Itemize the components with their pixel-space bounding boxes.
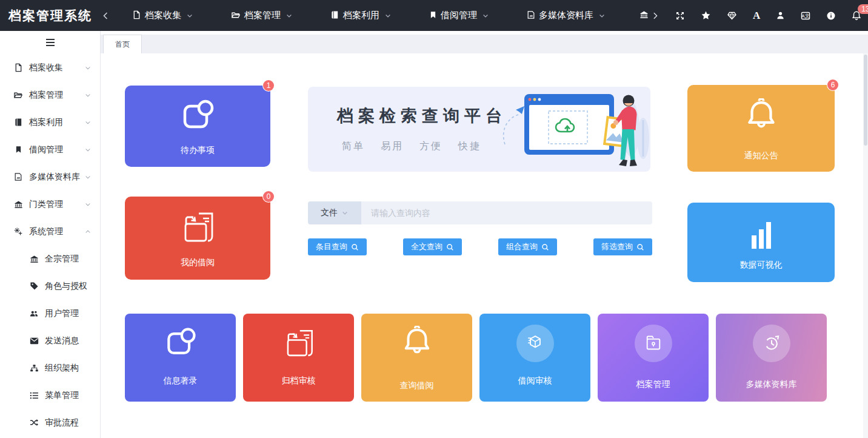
bookmark-icon — [13, 145, 23, 154]
shortcut-query-borrow[interactable]: 查询借阅 — [361, 314, 472, 402]
gem-icon[interactable] — [727, 11, 737, 21]
notice-badge: 6 — [827, 79, 838, 90]
search-bar: 文件 — [308, 201, 652, 224]
sidebar-item-category-manage[interactable]: 门类管理 — [0, 190, 100, 218]
chevron-down-icon — [84, 174, 92, 181]
icon-circle-bg — [635, 325, 672, 362]
chevron-down-icon — [84, 92, 92, 99]
search-category-value: 文件 — [321, 207, 338, 218]
nav-item-category-overflow[interactable] — [639, 10, 659, 22]
sidebar-item-send-message[interactable]: 发送消息 — [0, 327, 100, 354]
sidebar-item-roles-auth[interactable]: 角色与授权 — [0, 272, 100, 300]
combined-query-button[interactable]: 组合查询 — [498, 238, 557, 255]
star-icon[interactable] — [701, 10, 711, 21]
card-todo-items[interactable]: 1 待办事项 — [125, 86, 270, 167]
svg-text:A文: A文 — [802, 13, 810, 19]
nav-item-archive-use[interactable]: 档案利用 — [326, 10, 396, 21]
shortcut-info-entry[interactable]: 信息著录 — [125, 314, 236, 402]
sidebar-item-archive-collect[interactable]: 档案收集 — [0, 54, 100, 81]
shortcut-borrow-review[interactable]: 借阅审核 — [479, 314, 590, 402]
fullscreen-icon[interactable] — [675, 11, 685, 21]
chevron-down-icon — [384, 12, 392, 19]
book-icon — [330, 10, 339, 21]
snapshot-icon — [163, 325, 198, 362]
nav-scroll-right-icon[interactable] — [651, 12, 659, 20]
sidebar-item-menu-manage[interactable]: 菜单管理 — [0, 382, 100, 409]
shortcut-archive-review[interactable]: 归档审核 — [243, 314, 354, 402]
notification-badge: 136 — [858, 4, 868, 14]
font-size-icon[interactable]: A — [753, 10, 760, 22]
vertical-scrollbar[interactable] — [863, 53, 868, 438]
sidebar-item-label: 档案利用 — [29, 117, 84, 128]
entry-query-button[interactable]: 条目查询 — [308, 238, 367, 255]
sidebar-item-label: 档案收集 — [29, 62, 84, 73]
card-data-visualization[interactable]: 数据可视化 — [687, 203, 835, 282]
nav-item-borrow-manage[interactable]: 借阅管理 — [424, 10, 494, 21]
top-nav: 档案收集 档案管理 档案利用 借阅管理 多媒体资料库 — [127, 10, 659, 22]
sidebar-item-archive-use[interactable]: 档案利用 — [0, 109, 100, 136]
tag-icon — [29, 281, 39, 291]
bell-icon[interactable]: 136 — [852, 10, 861, 21]
sidebar-item-borrow-manage[interactable]: 借阅管理 — [0, 136, 100, 163]
snapshot-icon — [179, 99, 216, 136]
borrow-badge: 0 — [263, 191, 274, 202]
chevron-down-icon — [84, 64, 92, 72]
folder-lock-icon — [635, 325, 672, 362]
bell-icon — [401, 325, 433, 362]
document-icon — [13, 63, 23, 72]
sidebar-item-label: 菜单管理 — [45, 390, 92, 401]
users-icon — [29, 309, 39, 318]
shortcut-archive-manage[interactable]: 档案管理 — [598, 314, 709, 402]
nav-label: 档案收集 — [145, 10, 181, 21]
sidebar-item-system-manage[interactable]: 系统管理 — [0, 218, 100, 245]
sidebar-item-label: 多媒体资料库 — [29, 172, 84, 183]
tab-strip: 首页 — [101, 31, 868, 53]
language-icon[interactable]: A文 — [801, 11, 810, 21]
sidebar-item-user-manage[interactable]: 用户管理 — [0, 300, 100, 327]
card-notice[interactable]: 6 通知公告 — [687, 85, 835, 172]
card-label: 查询借阅 — [361, 380, 472, 391]
brand: 档案管理系统 — [0, 7, 110, 24]
folder-doc-icon — [281, 325, 316, 362]
nav-item-archive-collect[interactable]: 档案收集 — [127, 10, 198, 21]
nav-label: 借阅管理 — [441, 10, 477, 21]
media-file-icon — [13, 172, 23, 181]
search-input[interactable] — [361, 201, 652, 224]
sidebar-item-fonds-manage[interactable]: 全宗管理 — [0, 245, 100, 272]
sidebar-item-label: 全宗管理 — [45, 254, 92, 264]
user-icon[interactable] — [776, 11, 785, 20]
sitemap-icon — [29, 364, 39, 372]
shortcut-media-library[interactable]: 多媒体资料库 — [716, 314, 827, 402]
bell-icon — [744, 98, 779, 138]
tab-home[interactable]: 首页 — [103, 35, 142, 53]
sidebar-item-label: 门类管理 — [29, 199, 84, 210]
chevron-down-icon — [84, 146, 92, 153]
sidebar-item-media-library[interactable]: 多媒体资料库 — [0, 163, 100, 190]
sidebar-item-label: 审批流程 — [45, 417, 92, 428]
sidebar-item-label: 档案管理 — [29, 90, 84, 101]
sidebar-collapse-button[interactable] — [101, 11, 110, 21]
hamburger-menu-icon[interactable] — [0, 31, 100, 54]
card-my-borrow[interactable]: 0 我的借阅 — [125, 197, 270, 280]
card-label: 档案管理 — [598, 379, 709, 390]
filter-query-button[interactable]: 筛选查询 — [593, 238, 652, 255]
chevron-down-icon — [285, 12, 293, 19]
scrollbar-thumb[interactable] — [864, 55, 867, 146]
sidebar-item-org-structure[interactable]: 组织架构 — [0, 354, 100, 382]
nav-item-archive-manage[interactable]: 档案管理 — [226, 10, 298, 21]
media-file-icon — [527, 10, 535, 21]
chevron-down-icon — [482, 12, 489, 19]
search-icon — [636, 243, 644, 251]
icon-circle-bg — [753, 325, 790, 362]
nav-label: 档案利用 — [343, 10, 379, 21]
search-buttons: 条目查询 全文查询 组合查询 筛选查询 — [308, 238, 652, 255]
sidebar-item-archive-manage[interactable]: 档案管理 — [0, 81, 100, 109]
info-icon[interactable] — [826, 11, 836, 21]
sidebar-item-approval-flow[interactable]: 审批流程 — [0, 409, 100, 436]
envelope-icon — [29, 337, 39, 345]
gears-icon — [13, 227, 23, 236]
nav-item-media-library[interactable]: 多媒体资料库 — [522, 10, 610, 21]
fulltext-query-button[interactable]: 全文查询 — [403, 238, 462, 255]
search-category-select[interactable]: 文件 — [308, 201, 361, 224]
sidebar-item-label: 系统管理 — [29, 226, 84, 237]
